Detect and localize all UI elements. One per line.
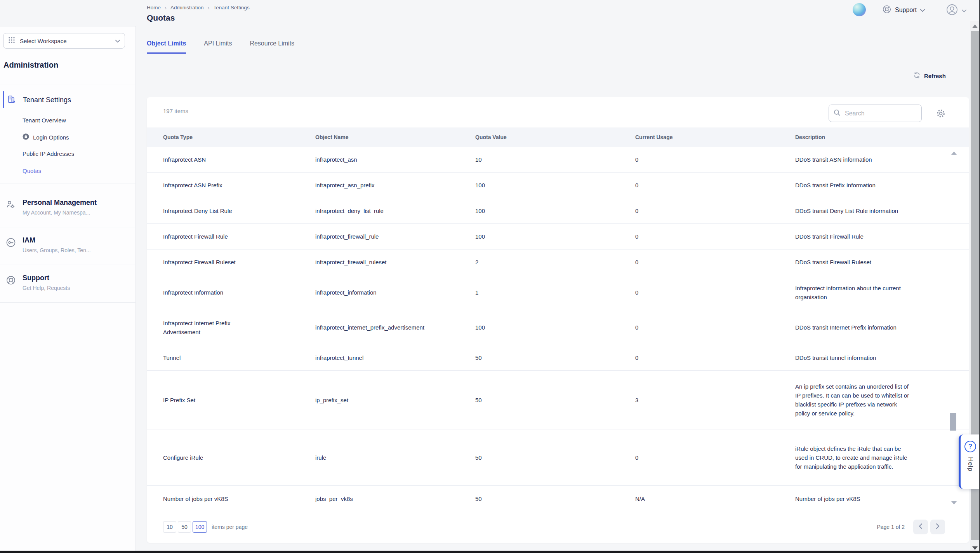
quota-value-cell: 50 [475,494,635,503]
description-cell: DDoS transit Firewall Ruleset [795,258,949,267]
chevron-right-icon [936,523,940,530]
divider [0,302,136,303]
quota-value-cell: 10 [475,155,635,164]
support-menu[interactable]: Support [882,5,925,16]
object-name-cell: infraprotect_asn [315,155,475,164]
description-cell: DDoS transit Prefix Information [795,181,949,190]
sidebar-section-heading: Administration [3,61,58,70]
app-window: Home › Administration › Tenant Settings … [0,0,980,553]
description-cell: Number of jobs per vK8S [795,494,949,503]
description-cell: Infraprotect information about the curre… [795,284,949,302]
column-header-description[interactable]: Description [795,134,949,140]
breadcrumb-home-link[interactable]: Home [147,5,161,10]
object-name-cell: infraprotect_firewall_rule [315,232,475,241]
current-usage-cell: 3 [635,396,795,405]
column-header-quota-type[interactable]: Quota Type [163,134,315,140]
workspace-selector[interactable]: Select Workspace [3,33,125,49]
object-name-cell: jobs_per_vk8s [315,494,475,503]
sidebar-item-iam[interactable]: IAM Users, Groups, Roles, Ten... [0,236,136,267]
object-name-cell: infraprotect_tunnel [315,353,475,362]
sidebar-item-quotas[interactable]: Quotas [23,167,41,174]
sidebar-item-support[interactable]: Support Get Help, Requests [0,274,136,305]
sidebar-item-public-ip-addresses[interactable]: Public IP Addresses [23,150,74,157]
current-usage-cell: 0 [635,288,795,297]
user-avatar-icon [946,3,958,17]
quota-type-cell: Configure iRule [163,453,315,462]
lifebuoy-icon [6,275,16,287]
previous-page-button[interactable] [913,520,928,534]
table-scroll-up-arrow[interactable] [951,152,957,155]
taskbar-edge [0,551,980,553]
table-row[interactable]: Infraprotect Deny List Rule infraprotect… [147,198,969,224]
sidebar-item-login-options[interactable]: Login Options [23,133,69,141]
chevron-left-icon [919,523,923,530]
quota-value-cell: 50 [475,353,635,362]
table-scroll-down-arrow[interactable] [951,501,957,504]
chevron-down-icon [962,7,966,14]
column-header-current-usage[interactable]: Current Usage [635,134,795,140]
table-row[interactable]: Infraprotect ASN Prefix infraprotect_asn… [147,173,969,198]
quota-value-cell: 100 [475,181,635,190]
table-row[interactable]: Infraprotect Firewall Rule infraprotect_… [147,224,969,249]
table-header-row: Quota Type Object Name Quota Value Curre… [147,127,969,147]
table-scrollbar-thumb[interactable] [950,413,956,431]
quotas-table-card: 197 items Quota Type Object Name Quota V… [147,97,969,543]
help-tab[interactable]: ? Help [959,434,980,489]
items-count: 197 items [163,108,188,114]
scrollbar-up-arrow[interactable] [972,24,978,28]
sidebar-item-tenant-overview[interactable]: Tenant Overview [23,117,66,124]
scrollbar-down-arrow[interactable] [972,546,978,550]
quota-value-cell: 100 [475,206,635,215]
table-row[interactable]: Infraprotect Information infraprotect_in… [147,275,969,310]
search-box[interactable] [829,105,922,122]
column-header-object-name[interactable]: Object Name [315,134,475,140]
divider [0,227,136,227]
tab-resource-limits[interactable]: Resource Limits [250,40,294,54]
page-size-10-button[interactable]: 10 [163,521,176,533]
gear-icon[interactable] [936,108,946,120]
quota-type-cell: Infraprotect Internet Prefix Advertiseme… [163,319,315,337]
object-name-cell: infraprotect_deny_list_rule [315,206,475,215]
quota-type-cell: Infraprotect Deny List Rule [163,206,315,215]
brand-logo[interactable] [853,3,866,16]
tab-object-limits[interactable]: Object Limits [147,40,186,54]
sidebar-item-tenant-settings[interactable]: Tenant Settings [7,95,71,105]
sidebar-item-personal-management[interactable]: Personal Management My Account, My Names… [0,199,136,230]
grid-icon [8,37,15,45]
divider [0,183,136,183]
table-row[interactable]: IP Prefix Set ip_prefix_set 50 3 An ip p… [147,371,969,429]
lifebuoy-icon [882,5,891,16]
table-row[interactable]: Infraprotect ASN infraprotect_asn 10 0 D… [147,147,969,173]
quota-type-cell: Number of jobs per vK8S [163,494,315,503]
table-row[interactable]: Configure iRule irule 50 0 iRule object … [147,429,969,486]
pagination-bar: 10 50 100 items per page Page 1 of 2 [147,519,969,535]
quota-type-cell: Infraprotect ASN [163,155,315,164]
current-usage-cell: 0 [635,155,795,164]
tab-bar: Object Limits API Limits Resource Limits [147,40,294,54]
account-menu[interactable] [946,3,966,17]
chevron-down-icon [920,7,925,14]
tab-api-limits[interactable]: API Limits [204,40,232,54]
search-input[interactable] [844,110,904,117]
table-row[interactable]: Tunnel infraprotect_tunnel 50 0 DDoS tra… [147,345,969,371]
description-cell: iRule object defines the iRule that can … [795,444,949,471]
breadcrumb-tenant-settings: Tenant Settings [214,5,250,10]
refresh-button[interactable]: Refresh [913,72,946,80]
current-usage-cell: 0 [635,232,795,241]
page-size-50-button[interactable]: 50 [178,521,191,533]
refresh-icon [913,72,921,80]
breadcrumb: Home › Administration › Tenant Settings [147,5,250,10]
table-row[interactable]: Infraprotect Internet Prefix Advertiseme… [147,310,969,345]
active-indicator-bar [3,91,4,108]
page-size-100-button[interactable]: 100 [193,521,207,533]
divider [0,265,136,265]
quota-value-cell: 100 [475,232,635,241]
current-usage-cell: N/A [635,494,795,503]
table-row[interactable]: Number of jobs per vK8S jobs_per_vk8s 50… [147,486,969,512]
sidebar-item-subtitle: Users, Groups, Roles, Ten... [23,247,91,253]
column-header-quota-value[interactable]: Quota Value [475,134,635,140]
table-row[interactable]: Infraprotect Firewall Ruleset infraprote… [147,249,969,275]
quota-type-cell: Infraprotect Firewall Ruleset [163,258,315,267]
description-cell: DDoS transit ASN information [795,155,949,164]
next-page-button[interactable] [930,520,945,534]
